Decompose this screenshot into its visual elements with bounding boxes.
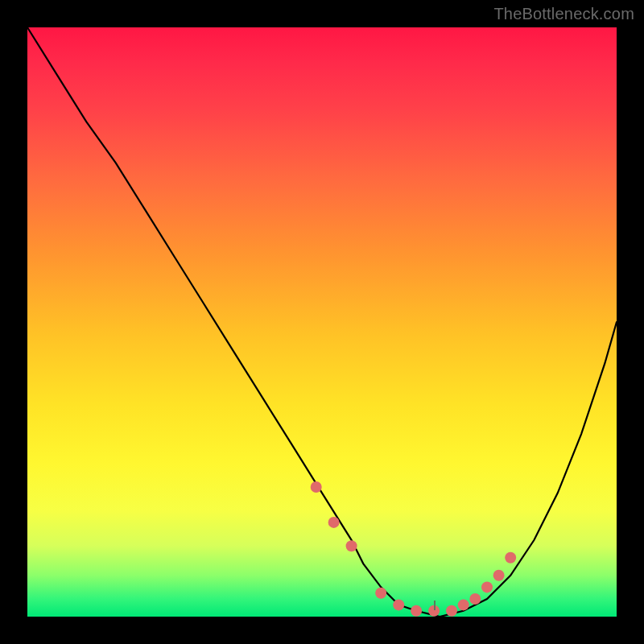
highlight-dot (311, 481, 322, 493)
highlight-dot (346, 540, 357, 551)
highlight-dot (375, 588, 386, 599)
highlight-dot (411, 605, 422, 617)
chart-stage: TheBottleneck.com (0, 0, 644, 644)
highlight-dot (505, 552, 516, 564)
highlight-dot (458, 599, 469, 610)
highlight-dot (481, 581, 493, 592)
plot-area (27, 27, 617, 617)
highlight-dot (328, 517, 340, 528)
bottleneck-curve-path (27, 27, 617, 617)
highlight-dot (493, 570, 505, 581)
watermark-text: TheBottleneck.com (493, 5, 634, 23)
highlight-dot (469, 593, 481, 605)
highlight-dots-group (311, 481, 517, 617)
highlight-dot (393, 599, 404, 610)
highlight-dot (446, 605, 457, 617)
chart-svg (27, 27, 617, 617)
